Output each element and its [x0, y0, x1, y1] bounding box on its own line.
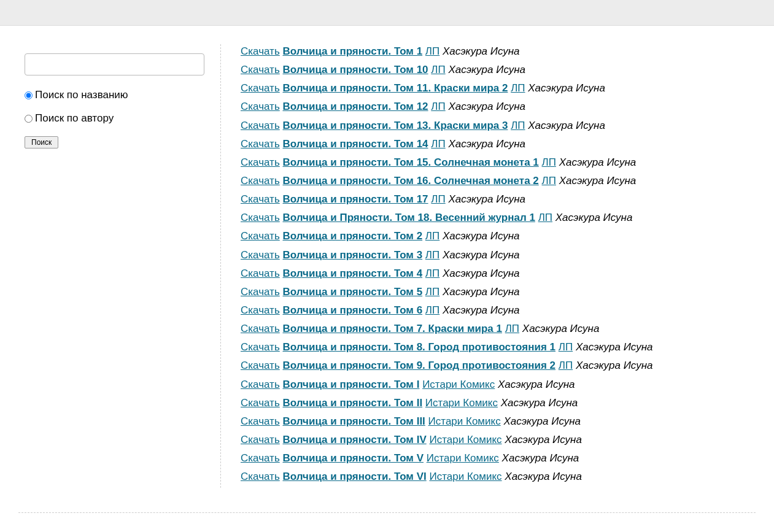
download-link[interactable]: Скачать [241, 286, 280, 298]
book-series-link[interactable]: ЛП [505, 323, 519, 334]
book-author: Хасэкура Исуна [443, 230, 520, 242]
book-title: Волчица и пряности. Том IV [282, 434, 426, 445]
download-link[interactable]: Скачать [241, 434, 280, 445]
download-link[interactable]: Скачать [241, 101, 280, 112]
book-series-link[interactable]: Истари Комикс [425, 397, 498, 409]
download-link[interactable]: Скачать [241, 379, 280, 390]
download-link[interactable]: Скачать [241, 82, 280, 94]
book-title-link[interactable]: Волчица и пряности. Том 14 [282, 138, 428, 150]
download-link[interactable]: Скачать [241, 341, 280, 353]
book-title-link[interactable]: Волчица и пряности. Том V [282, 452, 424, 464]
radio-label-title: Поиск по названию [35, 89, 128, 101]
book-title-link[interactable]: Волчица и пряности. Том 9. Город противо… [282, 360, 555, 371]
book-title-link[interactable]: Волчица и пряности. Том 12 [282, 101, 428, 112]
book-title-link[interactable]: Волчица и пряности. Том 7. Краски мира 1 [282, 323, 501, 334]
download-link[interactable]: Скачать [241, 193, 280, 205]
book-series-link[interactable]: ЛП [559, 360, 573, 371]
download-link[interactable]: Скачать [241, 360, 280, 371]
book-series-link[interactable]: ЛП [425, 304, 439, 316]
main-container: Поиск по названию Поиск по автору Поиск … [0, 26, 774, 500]
book-series-link[interactable]: ЛП [559, 341, 573, 353]
book-title: Волчица и пряности. Том II [282, 397, 422, 409]
book-title-link[interactable]: Волчица и пряности. Том 8. Город противо… [282, 341, 555, 353]
book-title: Волчица и пряности. Том 15. Солнечная мо… [282, 156, 538, 168]
download-link[interactable]: Скачать [241, 212, 280, 223]
download-link[interactable]: Скачать [241, 323, 280, 334]
book-series-link[interactable]: ЛП [431, 101, 445, 112]
download-link[interactable]: Скачать [241, 230, 280, 242]
book-row: Скачать Волчица и пряности. Том 9. Город… [241, 358, 756, 374]
book-title-link[interactable]: Волчица и пряности. Том 16. Солнечная мо… [282, 175, 538, 187]
radio-label-author: Поиск по автору [35, 112, 114, 125]
book-series-link[interactable]: ЛП [431, 138, 445, 150]
download-link[interactable]: Скачать [241, 138, 280, 150]
download-link[interactable]: Скачать [241, 415, 280, 427]
book-series-link[interactable]: ЛП [425, 249, 439, 261]
book-title: Волчица и пряности. Том 6 [282, 304, 422, 316]
book-row: Скачать Волчица и пряности. Том 15. Солн… [241, 155, 756, 171]
book-title-link[interactable]: Волчица и пряности. Том IV [282, 434, 426, 445]
book-series-link[interactable]: ЛП [538, 212, 552, 223]
book-title-link[interactable]: Волчица и пряности. Том 15. Солнечная мо… [282, 156, 538, 168]
download-link[interactable]: Скачать [241, 120, 280, 131]
book-title: Волчица и Пряности. Том 18. Весенний жур… [282, 212, 535, 223]
book-title-link[interactable]: Волчица и пряности. Том 2 [282, 230, 422, 242]
book-title-link[interactable]: Волчица и пряности. Том I [282, 379, 419, 390]
book-title-link[interactable]: Волчица и пряности. Том 11. Краски мира … [282, 82, 508, 94]
book-series-link[interactable]: ЛП [425, 45, 439, 57]
download-link[interactable]: Скачать [241, 249, 280, 261]
book-series-link[interactable]: Истари Комикс [422, 379, 495, 390]
download-link[interactable]: Скачать [241, 397, 280, 409]
book-title: Волчица и пряности. Том 5 [282, 286, 422, 298]
book-title-link[interactable]: Волчица и пряности. Том 13. Краски мира … [282, 120, 508, 131]
book-title-link[interactable]: Волчица и пряности. Том 10 [282, 64, 428, 75]
book-series-link[interactable]: Истари Комикс [428, 415, 501, 427]
book-title: Волчица и пряности. Том VI [282, 471, 426, 482]
book-author: Хасэкура Исуна [443, 45, 520, 57]
download-link[interactable]: Скачать [241, 175, 280, 187]
book-series-link[interactable]: Истари Комикс [429, 434, 501, 445]
download-link[interactable]: Скачать [241, 156, 280, 168]
download-link[interactable]: Скачать [241, 452, 280, 464]
book-series-link[interactable]: Истари Комикс [429, 471, 501, 482]
book-title-link[interactable]: Волчица и пряности. Том 3 [282, 249, 422, 261]
book-title-link[interactable]: Волчица и пряности. Том III [282, 415, 425, 427]
book-row: Скачать Волчица и пряности. Том 17 ЛП Ха… [241, 192, 756, 207]
book-series-link[interactable]: Истари Комикс [427, 452, 499, 464]
book-series-link[interactable]: ЛП [511, 82, 525, 94]
book-title-link[interactable]: Волчица и пряности. Том 1 [282, 45, 422, 57]
book-series-link[interactable]: ЛП [425, 268, 439, 279]
book-series-link[interactable]: ЛП [425, 230, 439, 242]
book-title-link[interactable]: Волчица и пряности. Том II [282, 397, 422, 409]
download-link[interactable]: Скачать [241, 45, 280, 57]
book-title: Волчица и пряности. Том 1 [282, 45, 422, 57]
book-title-link[interactable]: Волчица и пряности. Том VI [282, 471, 426, 482]
book-series-link[interactable]: ЛП [431, 64, 445, 75]
search-button[interactable]: Поиск [25, 136, 58, 148]
download-link[interactable]: Скачать [241, 471, 280, 482]
book-author: Хасэкура Исуна [576, 341, 653, 353]
book-title: Волчица и пряности. Том 2 [282, 230, 422, 242]
download-link[interactable]: Скачать [241, 304, 280, 316]
search-input[interactable] [25, 53, 204, 75]
book-title-link[interactable]: Волчица и пряности. Том 4 [282, 268, 422, 279]
book-series-link[interactable]: ЛП [511, 120, 525, 131]
book-series-link[interactable]: ЛП [431, 193, 445, 205]
book-title-link[interactable]: Волчица и пряности. Том 5 [282, 286, 422, 298]
book-author: Хасэкура Исуна [576, 360, 653, 371]
book-title-link[interactable]: Волчица и пряности. Том 17 [282, 193, 428, 205]
book-series-link[interactable]: ЛП [542, 175, 556, 187]
radio-search-by-author[interactable] [25, 115, 33, 123]
download-link[interactable]: Скачать [241, 64, 280, 75]
book-title: Волчица и пряности. Том 17 [282, 193, 428, 205]
book-series-link[interactable]: ЛП [425, 286, 439, 298]
radio-search-by-title[interactable] [25, 91, 33, 99]
book-series-link[interactable]: ЛП [542, 156, 556, 168]
book-title-link[interactable]: Волчица и пряности. Том 6 [282, 304, 422, 316]
bottom-divider [18, 512, 756, 513]
book-title: Волчица и пряности. Том 3 [282, 249, 422, 261]
download-link[interactable]: Скачать [241, 268, 280, 279]
book-author: Хасэкура Исуна [501, 397, 578, 409]
book-title-link[interactable]: Волчица и Пряности. Том 18. Весенний жур… [282, 212, 535, 223]
book-row: Скачать Волчица и пряности. Том 5 ЛП Хас… [241, 285, 756, 300]
